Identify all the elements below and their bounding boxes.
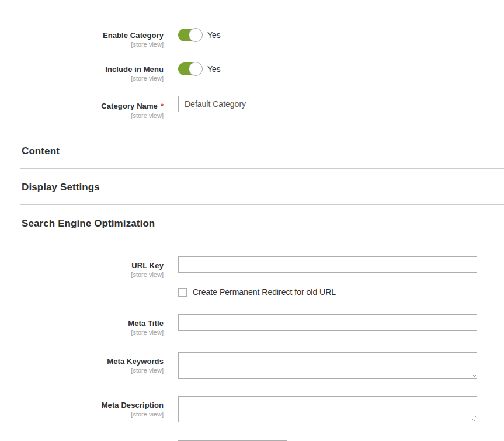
section-header-display-settings[interactable]: Display Settings: [22, 182, 504, 193]
category-name-row: Category Name* [store view]: [0, 96, 504, 119]
meta-keywords-label: Meta Keywords: [0, 357, 164, 366]
redirect-row: Create Permanent Redirect for old URL: [0, 287, 504, 297]
meta-title-label-col: Meta Title [store view]: [0, 314, 164, 336]
category-general-fields: Enable Category [store view] Yes Include…: [0, 0, 504, 119]
url-key-label-col: URL Key [store view]: [0, 256, 164, 278]
store-view-scope: [store view]: [0, 75, 164, 82]
enable-category-toggle[interactable]: [178, 29, 202, 41]
include-in-menu-toggle[interactable]: [178, 62, 202, 75]
store-view-scope: [store view]: [0, 112, 164, 119]
redirect-checkbox[interactable]: [178, 288, 187, 297]
toggle-knob: [189, 62, 203, 76]
seo-fields: URL Key [store view] Create Permanent Re…: [0, 256, 504, 441]
section-header-seo[interactable]: Search Engine Optimization: [22, 218, 504, 230]
section-title: Search Engine Optimization: [22, 218, 155, 229]
meta-description-label-col: Meta Description [store view]: [0, 396, 164, 418]
enable-category-toggle-value: Yes: [207, 30, 221, 40]
meta-keywords-row: Meta Keywords [store view]: [0, 352, 504, 379]
include-in-menu-toggle-value: Yes: [207, 64, 221, 74]
store-view-scope: [store view]: [0, 411, 164, 418]
store-view-scope: [store view]: [0, 329, 164, 336]
enable-category-label-col: Enable Category [store view]: [0, 29, 164, 48]
url-key-label: URL Key: [0, 261, 164, 270]
url-key-row: URL Key [store view]: [0, 256, 504, 278]
enable-category-label: Enable Category: [0, 31, 164, 40]
meta-keywords-label-col: Meta Keywords [store view]: [0, 352, 164, 374]
enable-category-row: Enable Category [store view] Yes: [0, 29, 504, 48]
section-divider: [20, 204, 504, 205]
meta-title-label: Meta Title: [0, 319, 164, 328]
store-view-scope: [store view]: [0, 271, 164, 278]
url-key-input[interactable]: [178, 256, 477, 273]
category-name-input[interactable]: [178, 96, 477, 112]
meta-title-row: Meta Title [store view]: [0, 314, 504, 336]
category-name-label-col: Category Name* [store view]: [0, 96, 164, 119]
meta-keywords-textarea[interactable]: [178, 352, 477, 379]
meta-description-textarea[interactable]: [178, 396, 477, 422]
section-header-content[interactable]: Content: [22, 145, 504, 157]
store-view-scope: [store view]: [0, 41, 164, 48]
meta-description-row: Meta Description [store view]: [0, 396, 504, 422]
include-in-menu-label: Include in Menu: [0, 65, 164, 74]
category-name-label: Category Name: [101, 102, 158, 110]
redirect-checkbox-label: Create Permanent Redirect for old URL: [193, 287, 336, 297]
section-title: Display Settings: [22, 182, 100, 193]
include-in-menu-label-col: Include in Menu [store view]: [0, 62, 164, 82]
meta-description-label: Meta Description: [0, 401, 164, 409]
store-view-scope: [store view]: [0, 367, 164, 374]
include-in-menu-row: Include in Menu [store view] Yes: [0, 62, 504, 82]
toggle-knob: [189, 28, 203, 42]
section-divider: [20, 168, 504, 169]
section-title: Content: [22, 145, 60, 157]
required-asterisk: *: [161, 102, 164, 110]
redirect-empty-label-col: [0, 287, 164, 290]
meta-title-input[interactable]: [178, 314, 477, 331]
